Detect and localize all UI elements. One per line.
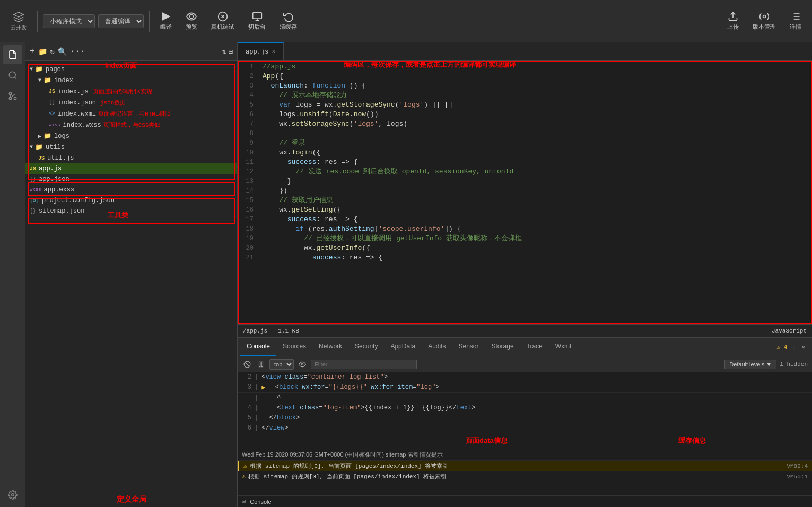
- eye-btn[interactable]: [297, 359, 308, 370]
- hidden-count: 1 hidden: [780, 361, 808, 368]
- code-line-5: 5 var logs = wx.getStorageSync('logs') |…: [239, 100, 811, 110]
- code-line-18: 18 if (res.authSetting['scope.userInfo']…: [239, 224, 811, 234]
- svg-rect-20: [261, 362, 263, 366]
- tab-console[interactable]: Console: [240, 338, 276, 356]
- compile-mode-select-container[interactable]: 普通编译: [98, 14, 144, 28]
- tree-item-app-json[interactable]: {} app.json: [25, 174, 237, 185]
- devtools-toolbar: top Default levels ▼ 1 hidden: [238, 356, 812, 372]
- code-line-11: 11 success: res => {: [239, 158, 811, 167]
- tree-item-index-js[interactable]: JS index.js 页面逻辑代码用js实现: [25, 86, 237, 97]
- tree-item-index-wxss[interactable]: wxss index.wxss 页面样式，与CSS类似: [25, 119, 237, 130]
- mode-select-container[interactable]: 小程序模式: [43, 14, 95, 28]
- switch-btn[interactable]: 切后台: [243, 9, 271, 33]
- tab-trace[interactable]: Trace: [520, 338, 549, 356]
- version-btn[interactable]: 版本管理: [747, 9, 781, 33]
- svg-point-16: [11, 494, 14, 496]
- console-warning-1: ⚠ 根据 sitemap 的规则[0], 当前页面 [pages/index/i…: [238, 461, 812, 471]
- console-line-4: 4 | <text class="log-item">{{index + 1}}…: [238, 403, 812, 413]
- refresh-btn[interactable]: ↻: [50, 47, 55, 56]
- annotation-page-data: 页面data信息: [466, 436, 508, 445]
- tree-item-index-wxml[interactable]: <> index.wxml 页面标记语言，与HTML相似: [25, 108, 237, 119]
- new-file-btn[interactable]: +: [30, 47, 35, 56]
- tree-item-index-json[interactable]: {} index.json json数据: [25, 97, 237, 108]
- code-line-16: 16 wx.getSetting({: [239, 205, 811, 215]
- bottom-status-bar: ⊟ Console: [238, 495, 812, 507]
- warning-location-1[interactable]: VM82:4: [787, 463, 808, 469]
- code-line-7: 7 wx.setStorageSync('logs', logs): [239, 119, 811, 129]
- svg-line-11: [14, 77, 16, 78]
- context-select[interactable]: top: [269, 359, 294, 370]
- sort-btn[interactable]: ⇅: [222, 47, 226, 56]
- editor-tab-app-js[interactable]: app.js ×: [238, 42, 284, 60]
- index-json-label: index.json: [58, 99, 96, 107]
- code-line-3: 3 onLaunch: function () {: [239, 81, 811, 91]
- code-line-15: 15 // 获取用户信息: [239, 196, 811, 205]
- console-icon[interactable]: ⊟: [242, 497, 246, 505]
- tree-item-project-config[interactable]: {⚙} project.config.json: [25, 195, 237, 206]
- filter-input[interactable]: [311, 360, 417, 369]
- tree-item-sitemap[interactable]: {} sitemap.json: [25, 206, 237, 216]
- code-line-20: 20 wx.getUserInfo({: [239, 243, 811, 253]
- editor-tabs: app.js ×: [238, 42, 812, 61]
- tab-close-btn[interactable]: ×: [272, 48, 275, 56]
- compile-mode-select[interactable]: 普通编译: [98, 14, 144, 28]
- levels-btn[interactable]: Default levels ▼: [724, 360, 776, 369]
- preview-btn[interactable]: 预览: [180, 9, 203, 33]
- tab-storage[interactable]: Storage: [485, 338, 520, 356]
- svg-line-18: [245, 362, 249, 366]
- search-file-btn[interactable]: 🔍: [58, 47, 67, 56]
- tab-security[interactable]: Security: [348, 338, 384, 356]
- status-lang: JavaScript: [772, 328, 807, 334]
- devtools-close-btn[interactable]: ✕: [801, 344, 805, 351]
- console-line-3: 3 | ▶ <block wx:for="{{logs}}" wx:for-it…: [238, 382, 812, 393]
- tree-item-index[interactable]: ▼ 📁 index: [25, 75, 237, 86]
- cloud-dev-btn[interactable]: 云开发: [5, 9, 32, 33]
- tree-item-app-js[interactable]: JS app.js: [25, 163, 237, 174]
- devtools-menu-btn[interactable]: ⋮: [791, 344, 797, 351]
- sidebar-icon-git[interactable]: [3, 86, 22, 106]
- svg-point-21: [301, 363, 303, 365]
- upload-btn[interactable]: 上传: [722, 9, 744, 33]
- more-btn[interactable]: ···: [70, 47, 85, 56]
- tab-sensor[interactable]: Sensor: [452, 338, 485, 356]
- tab-audits[interactable]: Audits: [422, 338, 452, 356]
- pause-btn[interactable]: [256, 359, 266, 370]
- detail-btn[interactable]: 详情: [784, 9, 807, 33]
- mode-select[interactable]: 小程序模式: [43, 14, 95, 28]
- tree-item-utils[interactable]: ▼ 📁 utils: [25, 142, 237, 153]
- logs-folder-label: logs: [54, 133, 69, 140]
- tab-network[interactable]: Network: [312, 338, 348, 356]
- svg-point-3: [763, 15, 766, 18]
- debug-btn[interactable]: 真机调试: [206, 9, 240, 33]
- bottom-console-label[interactable]: Console: [250, 499, 271, 505]
- code-line-14: 14 }): [239, 186, 811, 196]
- tree-item-pages[interactable]: ▼ 📁 pages: [25, 64, 237, 75]
- sidebar-icon-settings[interactable]: [3, 485, 22, 504]
- clear-btn[interactable]: 清缓存: [274, 9, 302, 33]
- code-editor[interactable]: 1 //app.js 2 App({ 3 onLaunch: function …: [238, 61, 812, 324]
- sidebar-icon-files[interactable]: [3, 45, 22, 64]
- tree-item-util-js[interactable]: JS util.js: [25, 153, 237, 163]
- warning-count: ⚠ 4: [777, 344, 788, 351]
- clear-console-btn[interactable]: [242, 359, 252, 370]
- code-line-13: 13 }: [239, 177, 811, 186]
- tab-wxml[interactable]: Wxml: [549, 338, 578, 356]
- sidebar-icon-search[interactable]: [3, 66, 22, 85]
- compile-btn[interactable]: 编译: [155, 9, 177, 33]
- svg-point-13: [9, 92, 12, 95]
- console-content[interactable]: 2 | <view class="container log-list"> 3 …: [238, 372, 812, 495]
- tree-item-logs[interactable]: ▶ 📁 logs: [25, 130, 237, 142]
- tab-sources[interactable]: Sources: [276, 338, 312, 356]
- warning-location-2[interactable]: VM50:1: [787, 474, 808, 480]
- svg-point-12: [14, 97, 16, 100]
- code-line-2: 2 App({: [239, 72, 811, 81]
- new-folder-btn[interactable]: 📁: [38, 47, 47, 56]
- tab-appdata[interactable]: AppData: [384, 338, 422, 356]
- util-js-label: util.js: [47, 154, 74, 162]
- app-json-label: app.json: [39, 176, 69, 183]
- svg-rect-1: [252, 13, 261, 19]
- collapse-btn[interactable]: ⊟: [229, 47, 233, 56]
- code-line-1: 1 //app.js: [239, 62, 811, 72]
- code-line-9: 9 // 登录: [239, 138, 811, 148]
- tree-item-app-wxss[interactable]: wxss app.wxss: [25, 185, 237, 195]
